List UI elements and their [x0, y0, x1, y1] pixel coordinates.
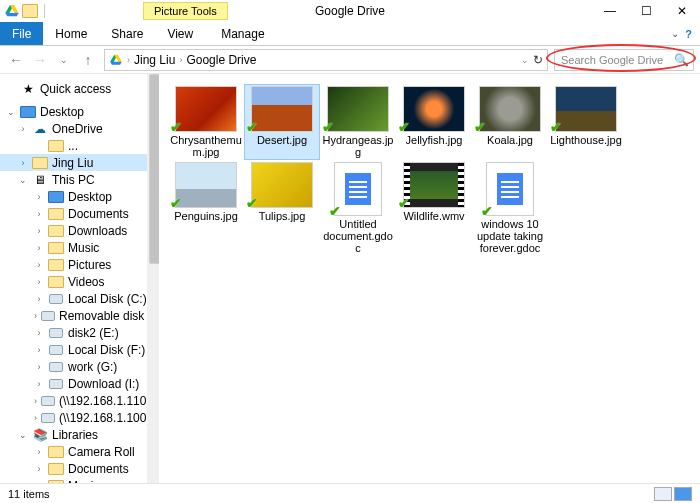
tree-quick-access[interactable]: ★Quick access [0, 80, 159, 97]
file-item[interactable]: ✔Untitled document.gdoc [320, 160, 396, 256]
file-item[interactable]: ✔Desert.jpg [244, 84, 320, 160]
file-item[interactable]: ✔Lighthouse.jpg [548, 84, 624, 160]
details-view-button[interactable] [654, 487, 672, 501]
file-item[interactable]: ✔Tulips.jpg [244, 160, 320, 256]
up-button[interactable]: ↑ [78, 50, 98, 70]
nav-buttons: ← → ⌄ ↑ [6, 50, 98, 70]
sync-check-icon: ✔ [474, 119, 486, 135]
breadcrumb-item[interactable]: Jing Liu [134, 53, 175, 67]
file-label: Jellyfish.jpg [406, 134, 463, 146]
tree-item[interactable]: ›Camera Roll [0, 443, 159, 460]
tree-libraries[interactable]: ⌄📚Libraries [0, 426, 159, 443]
disk-icon [41, 309, 55, 323]
title-bar: Picture Tools Google Drive — ☐ ✕ [0, 0, 700, 22]
maximize-button[interactable]: ☐ [628, 1, 664, 21]
disk-icon [41, 411, 55, 425]
tree-item[interactable]: ›Desktop [0, 188, 159, 205]
disk-icon [41, 394, 55, 408]
file-label: windows 10 update taking forever.gdoc [474, 218, 546, 254]
file-item[interactable]: ✔Hydrangeas.jpg [320, 84, 396, 160]
file-label: Penguins.jpg [174, 210, 238, 222]
tree-item[interactable]: ›Music [0, 239, 159, 256]
tree-desktop[interactable]: ⌄Desktop [0, 103, 159, 120]
sync-check-icon: ✔ [246, 195, 258, 211]
breadcrumb[interactable]: › Jing Liu › Google Drive ⌄ ↻ [104, 49, 548, 71]
back-button[interactable]: ← [6, 50, 26, 70]
tab-file[interactable]: File [0, 22, 43, 45]
help-icon[interactable]: ? [685, 28, 692, 40]
tree-item[interactable]: ›Documents [0, 205, 159, 222]
file-item[interactable]: ✔Jellyfish.jpg [396, 84, 472, 160]
file-thumbnail: ✔ [403, 86, 465, 132]
main-area: ★Quick access ⌄Desktop ›☁OneDrive ... ›J… [0, 74, 700, 486]
sync-check-icon: ✔ [398, 195, 410, 211]
close-button[interactable]: ✕ [664, 1, 700, 21]
cloud-icon: ☁ [32, 122, 48, 136]
pc-icon: 🖥 [32, 173, 48, 187]
tree-drive[interactable]: ›Removable disk (D:) [0, 307, 159, 324]
star-icon: ★ [20, 82, 36, 96]
refresh-icon[interactable]: ↻ [533, 53, 543, 67]
contextual-tab-header: Picture Tools [143, 2, 228, 20]
file-label: Untitled document.gdoc [322, 218, 394, 254]
folder-icon [48, 207, 64, 221]
forward-button[interactable]: → [30, 50, 50, 70]
file-item[interactable]: ✔Chrysanthemum.jpg [168, 84, 244, 160]
tab-manage[interactable]: Manage [209, 22, 276, 45]
sync-check-icon: ✔ [246, 119, 258, 135]
tab-home[interactable]: Home [43, 22, 99, 45]
tree-drive[interactable]: ›Local Disk (C:) [0, 290, 159, 307]
thumbnails-view-button[interactable] [674, 487, 692, 501]
file-item[interactable]: ✔Wildlife.wmv [396, 160, 472, 256]
tree-user[interactable]: ›Jing Liu [0, 154, 159, 171]
file-item[interactable]: ✔Koala.jpg [472, 84, 548, 160]
file-item[interactable]: ✔Penguins.jpg [168, 160, 244, 256]
libraries-icon: 📚 [32, 428, 48, 442]
tree-drive[interactable]: ›(\\192.168.1.110) (Y:) [0, 392, 159, 409]
search-input[interactable]: Search Google Drive 🔍 [554, 49, 694, 71]
ribbon-expand-icon[interactable]: ⌄ [671, 28, 679, 39]
file-thumbnail: ✔ [175, 86, 237, 132]
tab-view[interactable]: View [155, 22, 205, 45]
address-bar-row: ← → ⌄ ↑ › Jing Liu › Google Drive ⌄ ↻ Se… [0, 46, 700, 74]
tree-item[interactable]: ›Downloads [0, 222, 159, 239]
search-placeholder: Search Google Drive [561, 54, 663, 66]
file-list-pane[interactable]: ✔Chrysanthemum.jpg✔Desert.jpg✔Hydrangeas… [160, 74, 700, 486]
window-controls: — ☐ ✕ [592, 1, 700, 21]
tree-item[interactable]: ›Videos [0, 273, 159, 290]
tree-drive[interactable]: ›Download (I:) [0, 375, 159, 392]
ribbon-help: ⌄ ? [671, 22, 700, 45]
minimize-button[interactable]: — [592, 1, 628, 21]
tree-drive[interactable]: ›(\\192.168.1.100) (Z:) [0, 409, 159, 426]
tree-drive[interactable]: ›disk2 (E:) [0, 324, 159, 341]
navigation-pane: ★Quick access ⌄Desktop ›☁OneDrive ... ›J… [0, 74, 160, 486]
file-item[interactable]: ✔windows 10 update taking forever.gdoc [472, 160, 548, 256]
scrollbar-thumb[interactable] [149, 74, 160, 264]
google-drive-icon [109, 53, 123, 67]
folder-icon [48, 445, 64, 459]
tree-item[interactable]: ›Pictures [0, 256, 159, 273]
file-label: Lighthouse.jpg [550, 134, 622, 146]
folder-icon [48, 139, 64, 153]
tree-drive[interactable]: ›work (G:) [0, 358, 159, 375]
folder-icon [48, 258, 64, 272]
sync-check-icon: ✔ [481, 203, 493, 219]
tree-item[interactable]: ›Documents [0, 460, 159, 477]
tree-this-pc[interactable]: ⌄🖥This PC [0, 171, 159, 188]
file-label: Desert.jpg [257, 134, 307, 146]
desktop-icon [48, 190, 64, 204]
file-thumbnail: ✔ [403, 162, 465, 208]
tab-share[interactable]: Share [99, 22, 155, 45]
history-dropdown-icon[interactable]: ⌄ [521, 55, 529, 65]
sidebar-scrollbar[interactable] [147, 74, 159, 486]
tree-onedrive[interactable]: ›☁OneDrive [0, 120, 159, 137]
tree-drive[interactable]: ›Local Disk (F:) [0, 341, 159, 358]
desktop-icon [20, 105, 36, 119]
file-label: Chrysanthemum.jpg [170, 134, 242, 158]
folder-icon [22, 4, 38, 18]
folder-icon [48, 462, 64, 476]
sync-check-icon: ✔ [170, 119, 182, 135]
breadcrumb-item[interactable]: Google Drive [186, 53, 256, 67]
tree-folder[interactable]: ... [0, 137, 159, 154]
recent-locations-icon[interactable]: ⌄ [54, 50, 74, 70]
